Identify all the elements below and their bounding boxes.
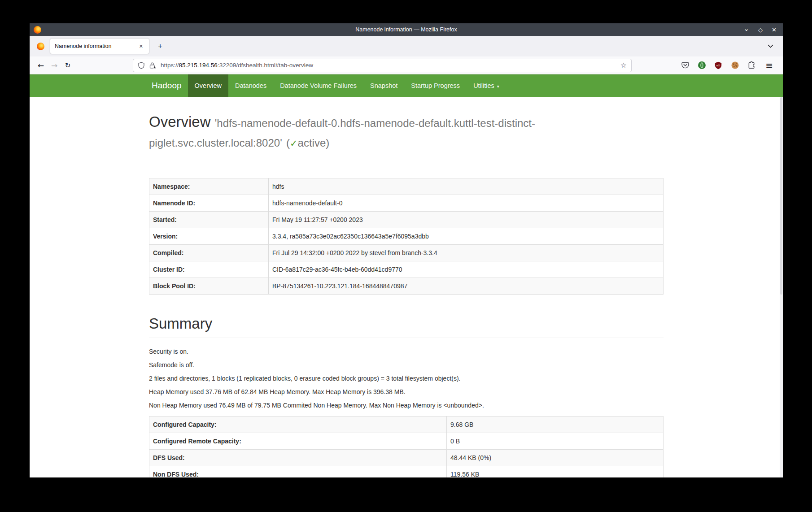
url-path: :32209/dfshealth.html#tab-overview [218, 62, 313, 69]
window-titlebar: Namenode information — Mozilla Firefox ⌄… [30, 23, 783, 36]
summary-filesystem-objects: 2 files and directories, 1 blocks (1 rep… [149, 374, 664, 383]
window-close-button[interactable]: ✕ [772, 27, 777, 33]
navigation-toolbar: ← → ↻ https://85.215.194.56:32209/dfshea… [30, 56, 783, 74]
table-row: Namenode ID: hdfs-namenode-default-0 [149, 195, 664, 212]
firefox-view-icon [37, 43, 44, 50]
back-button[interactable]: ← [34, 59, 48, 72]
row-label: Block Pool ID: [149, 278, 269, 295]
row-value: Fri May 19 11:27:57 +0200 2023 [269, 212, 664, 228]
row-label: Version: [149, 228, 269, 245]
table-row: Started: Fri May 19 11:27:57 +0200 2023 [149, 212, 664, 228]
cookie-extension-icon[interactable] [730, 61, 739, 70]
row-label: Configured Capacity: [149, 417, 447, 433]
nav-tab-utilities[interactable]: Utilities ▾ [467, 74, 506, 97]
utilities-label: Utilities [473, 82, 494, 89]
summary-safemode: Safemode is off. [149, 360, 664, 369]
url-scheme: https:// [161, 62, 179, 69]
extensions-puzzle-icon[interactable] [747, 61, 756, 70]
list-all-tabs-button[interactable] [764, 40, 777, 52]
state-paren-close: ) [326, 137, 329, 149]
row-label: Namenode ID: [149, 195, 269, 212]
table-row: Block Pool ID: BP-875134261-10.223.121.1… [149, 278, 664, 295]
row-value: CID-6a817c29-ac36-45fc-b4eb-60dd41cd9770 [269, 261, 664, 278]
row-label: DFS Used: [149, 450, 447, 466]
table-row: Namespace: hdfs [149, 178, 664, 195]
tab-bar: Namenode information ✕ + [30, 36, 783, 56]
row-value: Fri Jul 29 14:32:00 +0200 2022 by stevel… [269, 245, 664, 261]
table-row: Configured Remote Capacity: 0 B [149, 433, 664, 450]
bookmark-star-icon[interactable]: ☆ [620, 61, 627, 69]
summary-non-heap-memory: Non Heap Memory used 76.49 MB of 79.75 M… [149, 401, 664, 410]
active-check-icon: ✓ [290, 138, 298, 149]
new-tab-button[interactable]: + [153, 39, 167, 53]
row-value: 9.68 GB [447, 417, 664, 433]
tab-namenode-information[interactable]: Namenode information ✕ [50, 39, 149, 54]
table-row: Compiled: Fri Jul 29 14:32:00 +0200 2022… [149, 245, 664, 261]
url-bar[interactable]: https://85.215.194.56:32209/dfshealth.ht… [133, 59, 632, 72]
row-label: Configured Remote Capacity: [149, 433, 447, 450]
url-host: 85.215.194.56 [179, 62, 218, 69]
row-label: Compiled: [149, 245, 269, 261]
lock-warning-icon[interactable] [149, 62, 157, 69]
row-label: Non DFS Used: [149, 466, 447, 477]
toolbar-extensions-area: uO ≡ [681, 61, 778, 70]
state-label: active [298, 137, 326, 149]
capacity-table: Configured Capacity: 9.68 GB Configured … [149, 416, 664, 477]
hadoop-brand[interactable]: Hadoop [149, 74, 188, 97]
namenode-info-table: Namespace: hdfs Namenode ID: hdfs-nameno… [149, 178, 664, 295]
window-controls: ⌄ ◇ ✕ [744, 26, 783, 33]
table-row: Configured Capacity: 9.68 GB [149, 417, 664, 433]
summary-lines: Security is on. Safemode is off. 2 files… [149, 347, 664, 410]
table-row: Version: 3.3.4, ra585a73c3e02ac62350c136… [149, 228, 664, 245]
namenode-state: (✓active) [286, 137, 329, 149]
row-label: Cluster ID: [149, 261, 269, 278]
row-value: 0 B [447, 433, 664, 450]
pocket-icon[interactable] [681, 61, 690, 70]
page-scrollbar[interactable] [780, 97, 783, 477]
row-label: Namespace: [149, 178, 269, 195]
table-row: Non DFS Used: 119.56 KB [149, 466, 664, 477]
summary-heap-memory: Heap Memory used 37.76 MB of 62.84 MB He… [149, 387, 664, 396]
privacy-extension-icon[interactable] [697, 61, 706, 70]
window-title: Namenode information — Mozilla Firefox [30, 26, 783, 33]
url-text: https://85.215.194.56:32209/dfshealth.ht… [161, 62, 616, 69]
forward-button: → [48, 59, 61, 72]
nav-tab-datanodes[interactable]: Datanodes [228, 74, 273, 97]
caret-down-icon: ▾ [497, 84, 499, 89]
firefox-view-button[interactable] [33, 39, 48, 53]
page-content: Overview 'hdfs-namenode-default-0.hdfs-n… [30, 97, 783, 477]
summary-heading: Summary [149, 314, 664, 338]
window-maximize-button[interactable]: ◇ [758, 27, 763, 33]
nav-tab-datanode-volume-failures[interactable]: Datanode Volume Failures [273, 74, 363, 97]
row-value: hdfs [269, 178, 664, 195]
chevron-down-icon [768, 44, 773, 48]
state-paren-open: ( [286, 137, 290, 149]
row-value: BP-875134261-10.223.121.184-168448847098… [269, 278, 664, 295]
overview-title: Overview [149, 113, 211, 130]
row-value: 48.44 KB (0%) [447, 450, 664, 466]
row-value: 3.3.4, ra585a73c3e02ac62350c136643a5e7f6… [269, 228, 664, 245]
scrollbar-thumb[interactable] [780, 97, 782, 295]
table-row: Cluster ID: CID-6a817c29-ac36-45fc-b4eb-… [149, 261, 664, 278]
summary-security: Security is on. [149, 347, 664, 356]
ublock-origin-icon[interactable]: uO [714, 61, 723, 70]
table-row: DFS Used: 48.44 KB (0%) [149, 450, 664, 466]
svg-text:uO: uO [716, 64, 720, 67]
overview-heading: Overview 'hdfs-namenode-default-0.hdfs-n… [149, 112, 664, 151]
reload-button[interactable]: ↻ [61, 59, 74, 72]
nav-tab-overview[interactable]: Overview [188, 74, 228, 97]
row-value: 119.56 KB [447, 466, 664, 477]
tab-title: Namenode information [55, 43, 138, 49]
tracking-protection-shield-icon[interactable] [138, 62, 145, 69]
hadoop-navbar: Hadoop Overview Datanodes Datanode Volum… [30, 74, 783, 97]
row-label: Started: [149, 212, 269, 228]
nav-tab-startup-progress[interactable]: Startup Progress [404, 74, 467, 97]
window-minimize-button[interactable]: ⌄ [744, 26, 750, 32]
tab-close-button[interactable]: ✕ [138, 43, 144, 50]
row-value: hdfs-namenode-default-0 [269, 195, 664, 212]
hamburger-menu-icon[interactable]: ≡ [764, 61, 775, 70]
browser-window: Namenode information — Mozilla Firefox ⌄… [30, 23, 783, 477]
nav-tab-snapshot[interactable]: Snapshot [363, 74, 404, 97]
